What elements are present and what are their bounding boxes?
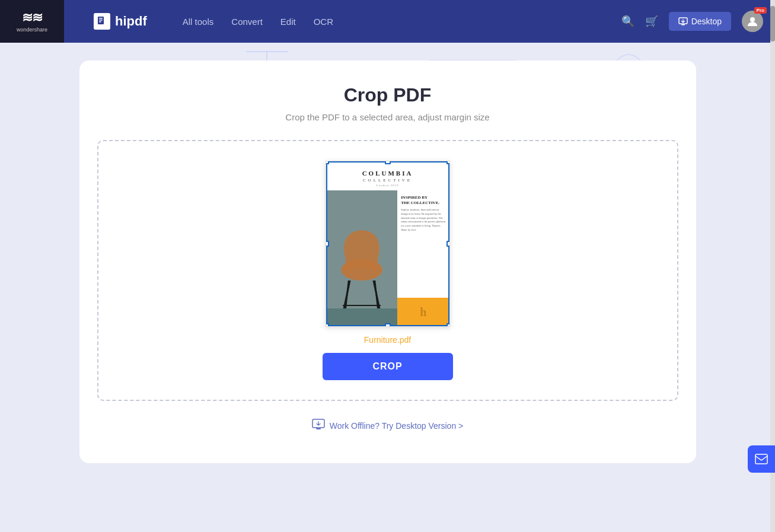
nav-edit[interactable]: Edit <box>280 14 296 30</box>
main-card: Crop PDF Crop the PDF to a selected area… <box>79 60 696 463</box>
pdf-orange-bar: h <box>397 298 449 326</box>
pdf-body-text: Explore furniture, linen and interior de… <box>401 208 445 232</box>
svg-rect-38 <box>316 428 321 429</box>
download-icon <box>678 17 688 26</box>
wondershare-logo[interactable]: ≋≋ wondershare <box>0 0 64 43</box>
pdf-brand: COLUMBIA <box>332 170 444 177</box>
cart-icon[interactable]: 🛒 <box>645 15 658 28</box>
main-content: Crop PDF Crop the PDF to a selected area… <box>0 43 775 487</box>
pro-badge: Pro <box>754 7 767 14</box>
scrollbar-thumb[interactable] <box>770 6 775 42</box>
nav-convert[interactable]: Convert <box>231 14 263 30</box>
offline-text: Work Offline? Try Desktop Version > <box>330 421 464 431</box>
ws-text: wondershare <box>17 27 47 33</box>
pdf-preview-wrap: COLUMBIA COLLECTIVE London 2019 <box>326 161 450 327</box>
pdf-page: COLUMBIA COLLECTIVE London 2019 <box>326 161 450 327</box>
pdf-sub: COLLECTIVE <box>332 178 444 183</box>
pdf-h-letter: h <box>420 305 426 319</box>
hipdf-logo[interactable]: hipdf <box>94 13 147 30</box>
search-icon[interactable]: 🔍 <box>621 15 634 28</box>
float-email-button[interactable] <box>748 445 775 473</box>
pdf-content: COLUMBIA COLLECTIVE London 2019 <box>326 161 449 326</box>
nav-alltools[interactable]: All tools <box>183 14 214 30</box>
svg-rect-1 <box>99 18 103 19</box>
nav-ocr[interactable]: OCR <box>314 14 333 30</box>
navbar: ≋≋ wondershare hipdf All tools Convert E… <box>0 0 775 43</box>
pdf-inspired: INSPIRED BY THE COLLECTIVE. <box>401 195 445 206</box>
svg-rect-5 <box>681 24 685 26</box>
hipdf-name: hipdf <box>115 14 147 29</box>
pdf-address: London 2019 <box>332 184 444 187</box>
nav-links: All tools Convert Edit OCR <box>183 14 604 30</box>
crop-area[interactable]: COLUMBIA COLLECTIVE London 2019 <box>97 140 678 401</box>
pdf-header: COLUMBIA COLLECTIVE London 2019 <box>326 161 449 190</box>
svg-rect-39 <box>755 454 767 464</box>
desktop-button[interactable]: Desktop <box>669 12 731 31</box>
page-title: Crop PDF <box>344 84 432 106</box>
desktop-download-icon <box>312 418 325 434</box>
ws-icon: ≋≋ <box>22 10 42 26</box>
svg-point-6 <box>750 17 755 22</box>
crop-button[interactable]: CROP <box>323 353 453 380</box>
filename-label: Furniture.pdf <box>364 335 411 345</box>
offline-banner[interactable]: Work Offline? Try Desktop Version > <box>312 418 464 434</box>
page-subtitle: Crop the PDF to a selected area, adjust … <box>285 112 489 122</box>
desktop-btn-label: Desktop <box>691 17 722 26</box>
pdf-chair-image <box>326 190 398 326</box>
user-avatar-wrap[interactable]: Pro <box>742 11 763 32</box>
pdf-image-area: INSPIRED BY THE COLLECTIVE. Explore furn… <box>326 190 449 326</box>
user-avatar <box>742 11 763 32</box>
nav-right: 🔍 🛒 Desktop Pro <box>621 11 763 32</box>
hipdf-icon-box <box>94 13 110 30</box>
svg-rect-2 <box>99 20 103 21</box>
svg-rect-3 <box>99 21 101 23</box>
